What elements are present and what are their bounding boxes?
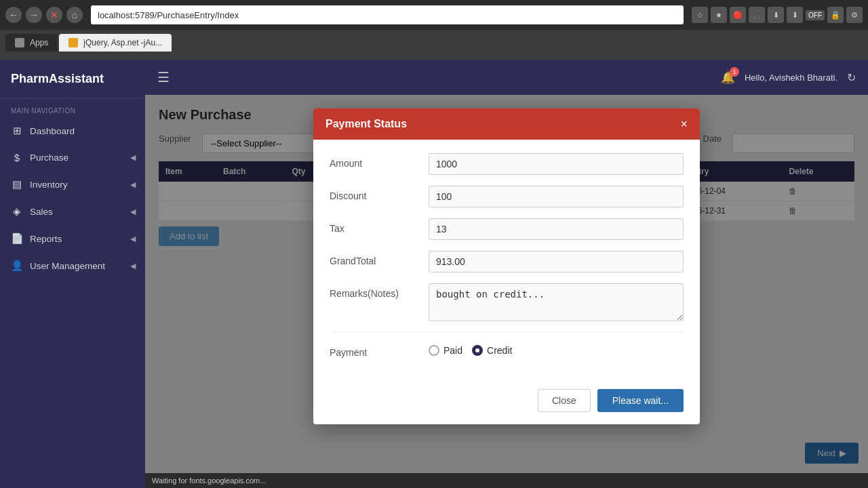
modal-overlay: Payment Status × Amount Discount xyxy=(145,95,868,473)
tab-apps-label: Apps xyxy=(30,38,48,47)
amount-label: Amount xyxy=(330,153,418,169)
payment-option-paid[interactable]: Paid xyxy=(429,345,462,356)
modal-close-button[interactable]: × xyxy=(680,118,688,130)
browser-chrome: ← → ✕ ⌂ localhost:5789/PurchaseEntry/Ind… xyxy=(0,0,868,60)
address-text: localhost:5789/PurchaseEntry/Index xyxy=(98,10,239,20)
modal-header: Payment Status × xyxy=(313,108,700,140)
sidebar-item-reports[interactable]: 📄 Reports ◀ xyxy=(0,225,145,252)
reports-icon: 📄 xyxy=(11,232,23,245)
close-button[interactable]: Close xyxy=(538,389,591,412)
modal-title: Payment Status xyxy=(326,118,407,130)
tab-jquery[interactable]: jQuery, Asp.net -jAu... xyxy=(59,34,172,52)
arrow-icon: ◀ xyxy=(130,262,136,270)
off-badge: OFF xyxy=(806,10,825,20)
tab-favicon-apps xyxy=(15,38,24,47)
credit-label: Credit xyxy=(487,345,512,356)
discount-label: Discount xyxy=(330,186,418,201)
remarks-row: Remarks(Notes) bought on credit... xyxy=(330,283,684,321)
ext-icon-3[interactable]: ⬇ xyxy=(787,7,803,23)
modal-footer: Close Please wait... xyxy=(313,382,700,424)
forward-button[interactable]: → xyxy=(26,7,42,23)
refresh-button[interactable]: ✕ xyxy=(46,7,62,23)
payment-status-modal: Payment Status × Amount Discount xyxy=(313,108,700,424)
grandtotal-input[interactable] xyxy=(429,251,684,272)
amount-row: Amount xyxy=(330,153,684,175)
radio-paid[interactable] xyxy=(429,345,439,356)
paid-label: Paid xyxy=(443,345,462,356)
tax-row: Tax xyxy=(330,218,684,240)
sidebar: PharmAssistant MAIN NAVIGATION ⊞ Dashboa… xyxy=(0,60,145,488)
payment-option-credit[interactable]: Credit xyxy=(472,345,512,356)
amount-input[interactable] xyxy=(429,153,684,175)
sidebar-item-label: User Management xyxy=(30,261,105,271)
arrow-icon: ◀ xyxy=(130,235,136,243)
payment-label: Payment xyxy=(330,342,418,358)
header-right: 🔔 1 Hello, Avishekh Bharati. ↻ xyxy=(721,70,856,85)
bookmark-icon[interactable]: ☆ xyxy=(692,7,708,23)
inventory-icon: ▤ xyxy=(11,178,23,190)
tab-favicon-jquery xyxy=(68,38,78,47)
sidebar-item-inventory[interactable]: ▤ Inventory ◀ xyxy=(0,171,145,198)
ext-icon-1[interactable]: 🔴 xyxy=(730,7,746,23)
arrow-icon: ◀ xyxy=(130,207,136,216)
header-refresh-icon[interactable]: ↻ xyxy=(847,71,856,84)
home-button[interactable]: ⌂ xyxy=(66,7,83,23)
content-area: New Purchase Supplier --Select Supplier-… xyxy=(145,95,868,473)
address-bar[interactable]: localhost:5789/PurchaseEntry/Index xyxy=(91,5,684,24)
discount-input[interactable] xyxy=(429,186,684,207)
remarks-textarea[interactable]: bought on credit... xyxy=(429,283,684,321)
dashboard-icon: ⊞ xyxy=(11,125,23,137)
back-button[interactable]: ← xyxy=(5,7,22,23)
sidebar-item-sales[interactable]: ◈ Sales ◀ xyxy=(0,198,145,225)
sidebar-item-dashboard[interactable]: ⊞ Dashboard xyxy=(0,117,145,144)
radio-dot xyxy=(475,348,479,352)
sidebar-item-label: Inventory xyxy=(30,180,68,190)
payment-options: Paid Credit xyxy=(429,342,684,356)
browser-icons-right: ☆ ★ 🔴 🎧 ⬇ ⬇ OFF 🔒 ⚙ xyxy=(692,7,863,23)
arrow-icon: ◀ xyxy=(130,180,136,189)
sidebar-item-purchase[interactable]: $ Purchase ◀ xyxy=(0,144,145,171)
sidebar-item-label: Purchase xyxy=(30,152,68,163)
tax-label: Tax xyxy=(330,218,418,234)
sales-icon: ◈ xyxy=(11,205,23,218)
discount-row: Discount xyxy=(330,186,684,207)
notification-bell[interactable]: 🔔 1 xyxy=(721,70,735,85)
sidebar-section-label: MAIN NAVIGATION xyxy=(0,99,145,117)
modal-divider xyxy=(330,332,684,333)
hamburger-icon[interactable]: ☰ xyxy=(157,69,170,85)
browser-tabs: Apps jQuery, Asp.net -jAu... xyxy=(0,30,868,52)
user-management-icon: 👤 xyxy=(11,260,23,272)
ext-icon-5[interactable]: ⚙ xyxy=(846,7,863,23)
remarks-label: Remarks(Notes) xyxy=(330,283,418,299)
payment-row: Payment Paid xyxy=(330,342,684,358)
sidebar-brand: PharmAssistant xyxy=(0,60,145,99)
status-text: Waiting for fonts.googleapis.com... xyxy=(152,476,266,485)
modal-body: Amount Discount Tax xyxy=(313,140,700,382)
star-icon[interactable]: ★ xyxy=(711,7,727,23)
sidebar-item-label: Reports xyxy=(30,234,62,244)
sidebar-item-user-management[interactable]: 👤 User Management ◀ xyxy=(0,252,145,279)
download-icon[interactable]: ⬇ xyxy=(768,7,784,23)
tax-input[interactable] xyxy=(429,218,684,240)
tab-jquery-label: jQuery, Asp.net -jAu... xyxy=(83,38,162,47)
sidebar-item-label: Dashboard xyxy=(30,126,75,136)
top-header: ☰ 🔔 1 Hello, Avishekh Bharati. ↻ xyxy=(145,60,868,95)
main-area: ☰ 🔔 1 Hello, Avishekh Bharati. ↻ New Pur… xyxy=(145,60,868,488)
submit-button[interactable]: Please wait... xyxy=(597,389,684,412)
page-content: New Purchase Supplier --Select Supplier-… xyxy=(145,95,868,473)
notification-badge: 1 xyxy=(730,67,739,77)
app-container: PharmAssistant MAIN NAVIGATION ⊞ Dashboa… xyxy=(0,60,868,488)
purchase-icon: $ xyxy=(11,152,23,163)
header-user: Hello, Avishekh Bharati. xyxy=(745,73,837,83)
tab-apps[interactable]: Apps xyxy=(5,34,58,52)
grandtotal-label: GrandTotal xyxy=(330,251,418,266)
sidebar-item-label: Sales xyxy=(30,207,53,217)
browser-toolbar: ← → ✕ ⌂ localhost:5789/PurchaseEntry/Ind… xyxy=(0,0,868,30)
radio-credit[interactable] xyxy=(472,345,483,356)
grandtotal-row: GrandTotal xyxy=(330,251,684,272)
ext-icon-4[interactable]: 🔒 xyxy=(827,7,844,23)
ext-icon-2[interactable]: 🎧 xyxy=(749,7,765,23)
status-bar: Waiting for fonts.googleapis.com... xyxy=(145,473,868,488)
arrow-icon: ◀ xyxy=(130,153,136,162)
